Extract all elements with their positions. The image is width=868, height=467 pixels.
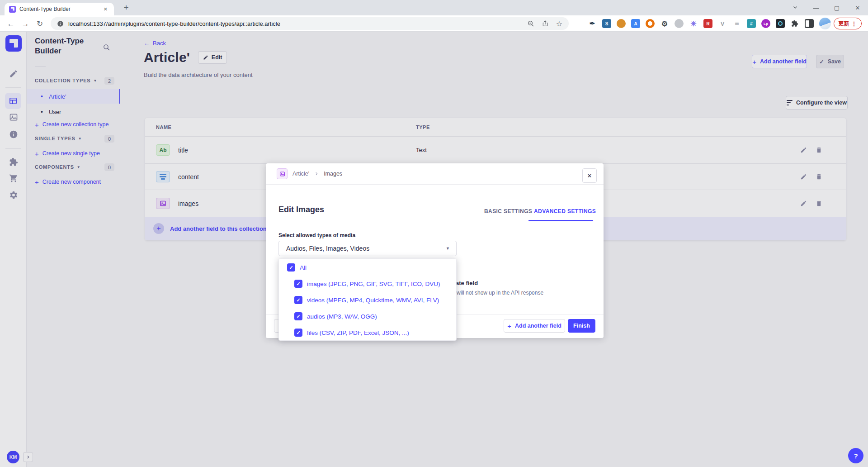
window-controls: — ▢ ✕ (785, 0, 868, 15)
site-info-icon[interactable] (57, 20, 64, 27)
checkbox-checked-icon[interactable]: ✓ (294, 329, 302, 337)
button-label: Finish (573, 323, 590, 329)
update-label: 更新 (839, 20, 849, 28)
tab-basic-settings[interactable]: BASIC SETTINGS (484, 208, 532, 214)
url-text: localhost:1337/admin/plugins/content-typ… (68, 20, 280, 27)
option-label: files (CSV, ZIP, PDF, Excel, JSON, ...) (307, 329, 409, 336)
select-label: Select allowed types of media (278, 232, 355, 238)
media-types-dropdown: ✓ All ✓ images (JPEG, PNG, GIF, SVG, TIF… (278, 258, 457, 341)
modal-header: Article' Images (266, 163, 604, 185)
checkbox-checked-icon[interactable]: ✓ (294, 296, 302, 304)
button-label: Add another field (515, 323, 561, 329)
obscured-private-field-hint: will not show up in the API response (457, 290, 543, 296)
checkbox-checked-icon[interactable]: ✓ (294, 280, 302, 288)
address-bar[interactable]: localhost:1337/admin/plugins/content-typ… (51, 17, 569, 30)
ext-card-icon[interactable]: # (747, 19, 756, 28)
bookmark-star-icon[interactable]: ☆ (556, 19, 562, 28)
breadcrumb-current: Images (324, 171, 342, 177)
ext-orange-ring-icon[interactable] (646, 19, 655, 28)
ext-lines-icon[interactable]: ≡ (732, 19, 741, 28)
ext-singlefile-icon[interactable]: S (602, 19, 611, 28)
browser-update-button[interactable]: 更新 ⋮ (834, 18, 862, 29)
ext-pen-icon[interactable]: ✒ (588, 19, 597, 28)
window-minimize-button[interactable]: — (806, 5, 826, 11)
tab-advanced-settings[interactable]: ADVANCED SETTINGS (534, 208, 596, 214)
close-icon[interactable]: ✕ (582, 168, 597, 183)
tab-close-icon[interactable]: ✕ (102, 5, 109, 13)
ext-react-devtools-icon[interactable] (776, 19, 785, 28)
finish-button[interactable]: Finish (568, 319, 595, 333)
browser-profile-avatar[interactable] (819, 18, 831, 29)
option-all[interactable]: ✓ All (279, 259, 456, 276)
tab-search-icon[interactable] (785, 5, 806, 11)
option-videos[interactable]: ✓ videos (MPEG, MP4, Quicktime, WMV, AVI… (279, 292, 456, 308)
browser-toolbar: ← → ↻ localhost:1337/admin/plugins/conte… (0, 15, 868, 32)
modal-add-another-field-button[interactable]: + Add another field (504, 319, 565, 333)
option-audios[interactable]: ✓ audios (MP3, WAV, OGG) (279, 308, 456, 324)
obscured-private-field-label: ate field (456, 280, 478, 286)
help-button[interactable]: ? (848, 448, 863, 463)
option-label: audios (MP3, WAV, OGG) (307, 313, 377, 320)
reload-icon[interactable]: ↻ (34, 19, 45, 29)
ext-red-badge-icon[interactable]: R (703, 19, 712, 28)
browser-menu-icon[interactable]: ⋮ (851, 20, 857, 27)
option-label: All (300, 264, 307, 271)
chevron-right-icon (314, 172, 319, 176)
share-icon[interactable] (542, 20, 549, 27)
select-value: Audios, Files, Images, Videos (286, 245, 446, 252)
ext-chevron-icon[interactable]: V (718, 19, 727, 28)
option-files[interactable]: ✓ files (CSV, ZIP, PDF, Excel, JSON, ...… (279, 324, 456, 341)
tab-title: Content-Type Builder (16, 6, 102, 12)
strapi-admin: KM Content-Type Builder COLLECTION TYPES… (0, 32, 868, 467)
active-tab-underline (528, 220, 593, 221)
extensions-puzzle-icon[interactable] (790, 19, 799, 28)
option-label: videos (MPEG, MP4, Quicktime, WMV, AVI, … (307, 297, 439, 304)
allowed-media-select[interactable]: Audios, Files, Images, Videos ▼ (278, 241, 457, 256)
new-tab-button[interactable]: + (120, 2, 132, 14)
browser-tabstrip: Content-Type Builder ✕ + — ▢ ✕ (0, 0, 868, 15)
forward-nav-icon[interactable]: → (20, 19, 31, 29)
zoom-level-icon[interactable] (527, 20, 534, 27)
ext-cookie-icon[interactable] (617, 19, 626, 28)
breadcrumb-parent: Article' (292, 171, 309, 177)
ext-gear-icon[interactable]: ⚙ (660, 19, 669, 28)
checkbox-checked-icon[interactable]: ✓ (287, 263, 295, 272)
option-label: images (JPEG, PNG, GIF, SVG, TIFF, ICO, … (307, 281, 440, 287)
ext-contrast-icon[interactable] (805, 19, 814, 28)
ext-disabled-icon[interactable] (675, 19, 684, 28)
ext-translate-icon[interactable]: A (631, 19, 640, 28)
back-nav-icon[interactable]: ← (5, 19, 16, 29)
ext-asterisk-icon[interactable]: ✳ (689, 19, 698, 28)
plus-icon: + (507, 322, 511, 330)
modal-title: Edit Images (278, 205, 324, 214)
window-close-button[interactable]: ✕ (847, 5, 868, 11)
option-images[interactable]: ✓ images (JPEG, PNG, GIF, SVG, TIFF, ICO… (279, 276, 456, 292)
checkbox-checked-icon[interactable]: ✓ (294, 312, 302, 320)
window-maximize-button[interactable]: ▢ (826, 5, 847, 11)
browser-window: Content-Type Builder ✕ + — ▢ ✕ ← → ↻ loc… (0, 0, 868, 467)
ext-lp-icon[interactable]: Lp (761, 19, 770, 28)
media-field-icon (277, 168, 288, 179)
extensions-row: ✒ S A ⚙ ✳ R V ≡ # Lp (588, 15, 831, 32)
strapi-favicon-icon (9, 6, 16, 13)
chevron-down-icon: ▼ (446, 246, 450, 251)
browser-tab[interactable]: Content-Type Builder ✕ (5, 3, 114, 15)
